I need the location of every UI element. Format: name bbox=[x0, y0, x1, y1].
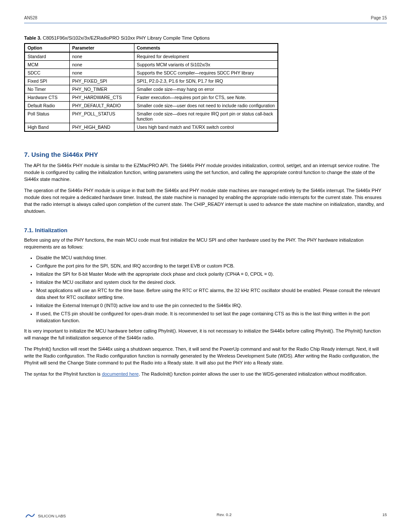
subsection-intro: Before using any of the PHY functions, t… bbox=[24, 237, 387, 251]
table-cell: PHY_HARDWARE_CTS bbox=[69, 93, 134, 102]
table-number: Table 3. bbox=[24, 35, 41, 40]
table-cell: Faster execution—requires port pin for C… bbox=[134, 93, 278, 102]
table-row: Hardware CTSPHY_HARDWARE_CTSFaster execu… bbox=[25, 93, 278, 102]
p-c-post: . The RadioInit() function pointer allow… bbox=[139, 371, 367, 376]
table-row: StandardnoneRequired for development bbox=[25, 52, 278, 61]
header-left: AN528 bbox=[24, 16, 37, 20]
table-cell: Smaller code size—may hang on error bbox=[134, 85, 278, 93]
table-cell: PHY_DEFAULT_RADIO bbox=[69, 102, 134, 110]
header-right: Page 15 bbox=[371, 16, 387, 20]
table-cell: High Band bbox=[25, 123, 69, 132]
table-cell: Standard bbox=[25, 52, 69, 61]
list-item: Initialize the External Interrupt 0 (INT… bbox=[36, 302, 387, 309]
subsection-p-c: The syntax for the PhyInit function is d… bbox=[24, 371, 387, 378]
table-cell: PHY_POLL_STATUS bbox=[69, 110, 134, 123]
list-item: Configure the port pins for the SPI, SDN… bbox=[36, 263, 387, 270]
table-header-row: Option Parameter Comments bbox=[25, 44, 278, 52]
table-caption: Table 3. C8051F96x/Si102x/3x/EZRadioPRO … bbox=[24, 35, 387, 40]
table-cell: PHY_NO_TIMER bbox=[69, 85, 134, 93]
table-cell: Supports MCM variants of Si102x/3x bbox=[134, 61, 278, 69]
doc-link[interactable]: documented here bbox=[102, 371, 139, 376]
footer-brand-text: SILICON LABS bbox=[38, 513, 66, 518]
subsection-p-b: The PhyInit() function will reset the Si… bbox=[24, 346, 387, 367]
table-cell: Required for development bbox=[134, 52, 278, 61]
list-item: If used, the CTS pin should be configure… bbox=[36, 311, 387, 324]
table-row: High BandPHY_HIGH_BANDUses high band mat… bbox=[25, 123, 278, 132]
table-row: No TimerPHY_NO_TIMERSmaller code size—ma… bbox=[25, 85, 278, 93]
table-cell: Hardware CTS bbox=[25, 93, 69, 102]
table-cell: MCM bbox=[25, 61, 69, 69]
table-cell: Fixed SPI bbox=[25, 77, 69, 85]
table-cell: Uses high band match and TX/RX switch co… bbox=[134, 123, 278, 132]
section-p2: The operation of the Si446x PHY module i… bbox=[24, 187, 387, 215]
table-cell: Smaller code size—user does not need to … bbox=[134, 102, 278, 110]
subsection-title: 7.1. Initialization bbox=[24, 227, 387, 233]
table-row: SDCCnoneSupports the SDCC compiler—requi… bbox=[25, 69, 278, 77]
table-cell: Supports the SDCC compiler—requires SDCC… bbox=[134, 69, 278, 77]
table-cell: Poll Status bbox=[25, 110, 69, 123]
list-item: Disable the MCU watchdog timer. bbox=[36, 255, 387, 261]
footer-brand: SILICON LABS bbox=[24, 512, 66, 519]
footer-page: 15 bbox=[382, 512, 387, 519]
footer-rev: Rev. 0.2 bbox=[217, 512, 232, 519]
p-c-pre: The syntax for the PhyInit function is bbox=[24, 371, 102, 376]
th-parameter: Parameter bbox=[69, 44, 134, 52]
table-cell: Smaller code size—does not require IRQ p… bbox=[134, 110, 278, 123]
page-footer: SILICON LABS Rev. 0.2 15 bbox=[24, 512, 387, 519]
table-cell: No Timer bbox=[25, 85, 69, 93]
init-requirements-list: Disable the MCU watchdog timer.Configure… bbox=[24, 255, 387, 324]
table-row: MCMnoneSupports MCM variants of Si102x/3… bbox=[25, 61, 278, 69]
table-cell: PHY_HIGH_BAND bbox=[69, 123, 134, 132]
table-row: Default RadioPHY_DEFAULT_RADIOSmaller co… bbox=[25, 102, 278, 110]
table-cell: PHY_FIXED_SPI bbox=[69, 77, 134, 85]
list-item: Most applications will use an RTC for th… bbox=[36, 287, 387, 301]
table-cell: none bbox=[69, 61, 134, 69]
section-p1: The API for the Si446x PHY module is sim… bbox=[24, 162, 387, 183]
th-option: Option bbox=[25, 44, 69, 52]
subsection-p-a: It is very important to initialize the M… bbox=[24, 328, 387, 342]
table-cell: none bbox=[69, 52, 134, 61]
table-row: Poll StatusPHY_POLL_STATUSSmaller code s… bbox=[25, 110, 278, 123]
table-cell: Default Radio bbox=[25, 102, 69, 110]
th-comments: Comments bbox=[134, 44, 278, 52]
page-header: AN528 Page 15 bbox=[24, 16, 387, 23]
table-cell: SPI1, P2.0-2.3, P1.6 for SDN, P1.7 for I… bbox=[134, 77, 278, 85]
table-cell: none bbox=[69, 69, 134, 77]
table-row: Fixed SPIPHY_FIXED_SPISPI1, P2.0-2.3, P1… bbox=[25, 77, 278, 85]
table-title: C8051F96x/Si102x/3x/EZRadioPRO Si10xx PH… bbox=[43, 35, 209, 40]
options-table: Option Parameter Comments StandardnoneRe… bbox=[24, 43, 278, 132]
list-item: Initialize the SPI for 8-bit Master Mode… bbox=[36, 271, 387, 278]
table-cell: SDCC bbox=[25, 69, 69, 77]
list-item: Initialize the MCU oscillator and system… bbox=[36, 279, 387, 286]
brand-logo-icon bbox=[24, 512, 36, 519]
section-title: 7. Using the Si446x PHY bbox=[24, 151, 387, 158]
